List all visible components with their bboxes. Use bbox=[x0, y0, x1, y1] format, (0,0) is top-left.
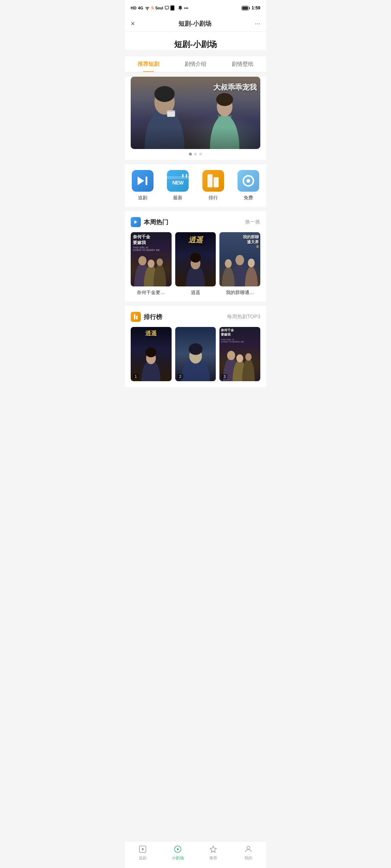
drama-poster-nahe: 奈何千金要嫁我 THIS GIRL ISGOING TO MARRY ME bbox=[131, 232, 172, 286]
book-icon-2 bbox=[214, 177, 219, 187]
ranking-section-sub: 每周热剧TOP3 bbox=[227, 314, 260, 320]
drama-item-nahe[interactable]: 奈何千金要嫁我 THIS GIRL ISGOING TO MARRY ME 奈何… bbox=[131, 232, 172, 296]
tab-wallpaper[interactable]: 剧情壁纸 bbox=[219, 56, 266, 72]
page-title: 短剧-小剧场 bbox=[125, 39, 266, 50]
ranking-poster-3-bg: 奈何千金要嫁我 THIS GIRL ISGOING TO MARRY ME 3 bbox=[219, 327, 260, 381]
ranking-header-left: 排行榜 bbox=[131, 312, 162, 322]
bell-icon bbox=[178, 5, 183, 10]
ranking-poster-2-bg: 2 bbox=[175, 327, 216, 381]
banner-title: 大叔乖乖宠我 bbox=[213, 82, 257, 92]
ranking-item-2[interactable]: 2 bbox=[175, 327, 216, 381]
battery-status-icon bbox=[241, 6, 250, 10]
svg-point-14 bbox=[154, 263, 166, 286]
svg-rect-3 bbox=[249, 7, 250, 9]
ranking-item-1[interactable]: 逍遥 1 bbox=[131, 327, 172, 381]
svg-rect-8 bbox=[167, 110, 175, 112]
zhuiju-icon-box bbox=[132, 170, 154, 192]
svg-rect-2 bbox=[242, 7, 248, 10]
quick-icon-paihang[interactable]: 排行 bbox=[202, 170, 224, 201]
status-right: 1:59 bbox=[241, 5, 260, 10]
poster-xiaoyao-bg: 逍遥 bbox=[175, 232, 216, 286]
hot-section-refresh[interactable]: 换一换 bbox=[245, 219, 260, 225]
ranking-row: 逍遥 1 2 bbox=[131, 327, 260, 381]
svg-point-23 bbox=[245, 267, 258, 287]
svg-point-22 bbox=[222, 267, 235, 287]
drama-title-qunliao: 我的群聊通… bbox=[219, 289, 260, 296]
wifi-icon bbox=[145, 5, 150, 10]
rank-badge-1: 1 bbox=[133, 374, 139, 379]
drama-item-xiaoyao[interactable]: 逍遥 逍遥 bbox=[175, 232, 216, 296]
banner-dot-1 bbox=[189, 153, 192, 156]
signal-4g: 4G bbox=[138, 6, 143, 10]
hot-section-header: 本周热门 换一换 bbox=[131, 217, 260, 227]
drama-item-qunliao[interactable]: 我的群聊通天界 ② 我的群聊通… bbox=[219, 232, 260, 296]
rank-badge-3: 3 bbox=[222, 374, 227, 379]
paihang-label: 排行 bbox=[209, 195, 218, 201]
ranking-title-1-overlay: 逍遥 bbox=[131, 330, 172, 337]
top-nav: × 短剧-小剧场 ··· bbox=[125, 16, 266, 32]
ranking-section: 排行榜 每周热剧TOP3 逍遥 1 bbox=[125, 306, 266, 387]
soul-text: Soul bbox=[155, 6, 163, 10]
more-options-button[interactable]: ··· bbox=[255, 20, 260, 27]
svg-point-38 bbox=[245, 353, 252, 361]
tab-plot[interactable]: 剧情介绍 bbox=[172, 56, 219, 72]
xiaoyao-title-overlay: 逍遥 bbox=[175, 235, 216, 245]
svg-point-6 bbox=[154, 86, 175, 102]
calendar-top-bar bbox=[167, 176, 189, 179]
book-icon-1 bbox=[207, 174, 213, 187]
circle-dot-icon bbox=[243, 175, 254, 187]
close-button[interactable]: × bbox=[131, 20, 135, 28]
banner-dot-3 bbox=[199, 153, 202, 156]
hd-indicator: HD bbox=[131, 6, 136, 10]
calendar-hook-right bbox=[186, 174, 187, 178]
page-title-area: 短剧-小剧场 bbox=[125, 32, 266, 50]
tab-recommended[interactable]: 推荐短剧 bbox=[125, 56, 172, 72]
nav-title: 短剧-小剧场 bbox=[178, 20, 211, 28]
status-left: HD 4G S Soul ▉▎ ••• bbox=[131, 5, 188, 10]
banner-image[interactable]: 大叔乖乖宠我 bbox=[131, 77, 260, 149]
svg-rect-7 bbox=[167, 111, 175, 117]
ranking-title-3-overlay: 奈何千金要嫁我 bbox=[221, 328, 234, 337]
vertical-bar-icon bbox=[146, 176, 147, 185]
drama-title-nahe: 奈何千金要… bbox=[131, 289, 172, 296]
quick-icons-section: 追剧 NEW 最新 bbox=[125, 164, 266, 207]
books-icon bbox=[207, 174, 219, 187]
drama-title-xiaoyao: 逍遥 bbox=[175, 289, 216, 296]
xiaoyao-main-text: 逍遥 bbox=[175, 235, 216, 245]
mienfei-label: 免费 bbox=[244, 195, 253, 201]
svg-point-32 bbox=[189, 343, 202, 355]
signal-bars: ▉▎ bbox=[171, 6, 176, 10]
hot-section-title: 本周热门 bbox=[144, 218, 168, 226]
svg-point-35 bbox=[242, 358, 255, 382]
nahe-sub-text: THIS GIRL ISGOING TO MARRY ME bbox=[133, 246, 172, 251]
svg-point-15 bbox=[138, 256, 146, 265]
hot-section-icon bbox=[131, 217, 141, 227]
quick-icon-zhuiju[interactable]: 追剧 bbox=[132, 170, 154, 201]
ranking-item-3[interactable]: 奈何千金要嫁我 THIS GIRL ISGOING TO MARRY ME 3 bbox=[219, 327, 260, 381]
bar2 bbox=[136, 316, 138, 319]
svg-point-24 bbox=[236, 255, 244, 265]
xiaoyao-figure bbox=[179, 243, 212, 286]
ranking-section-icon bbox=[131, 312, 141, 322]
svg-point-36 bbox=[227, 351, 235, 360]
qunliao-title-overlay: 我的群聊通天界 ② bbox=[243, 234, 259, 248]
svg-point-17 bbox=[156, 258, 163, 266]
svg-point-29 bbox=[146, 348, 156, 357]
bar1 bbox=[134, 314, 135, 319]
nahe-main-text: 奈何千金要嫁我 bbox=[133, 234, 172, 246]
svg-point-11 bbox=[216, 93, 233, 106]
hot-header-left: 本周热门 bbox=[131, 217, 168, 227]
quick-icon-mienfei[interactable]: 免费 bbox=[237, 170, 259, 201]
drama-poster-xiaoyao: 逍遥 bbox=[175, 232, 216, 286]
svg-point-16 bbox=[148, 259, 155, 267]
svg-point-25 bbox=[225, 259, 232, 268]
ranking-poster-1: 逍遥 1 bbox=[131, 327, 172, 381]
quick-icon-zuixin[interactable]: NEW 最新 bbox=[167, 170, 189, 201]
more-dots-status: ••• bbox=[184, 6, 189, 10]
soul-icon-placeholder: S bbox=[151, 6, 154, 10]
tab-bar: 推荐短剧 剧情介绍 剧情壁纸 bbox=[125, 56, 266, 72]
zhuiju-label: 追剧 bbox=[138, 195, 147, 201]
zuixin-icon-box: NEW bbox=[167, 170, 189, 192]
message-icon bbox=[165, 6, 169, 10]
ranking-section-header: 排行榜 每周热剧TOP3 bbox=[131, 312, 260, 322]
